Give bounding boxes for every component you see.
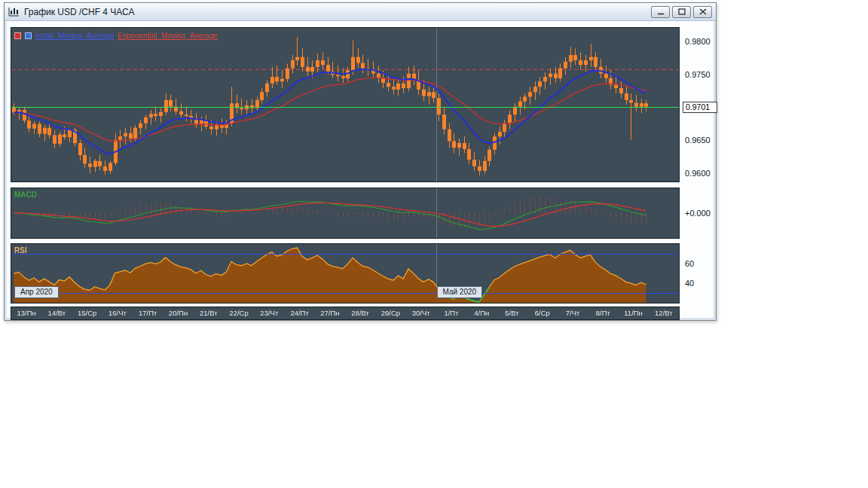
maximize-button[interactable] [672,6,691,18]
x-axis-label: 24/Пт [290,309,308,317]
time-axis[interactable]: 13/Пн14/Вт15/Ср16/Чт17/Пт20/Пн21/Вт22/Ср… [11,307,680,320]
x-axis-label: 4/Пн [474,309,489,317]
chart-window: График USD /CHF 4 ЧАСА ential_Moving_Ave… [4,2,717,321]
x-axis-label: 20/Пн [169,309,188,317]
price-panel: ential_Moving_Average Exponential_Moving… [11,27,680,182]
indicator-legend: ential_Moving_Average Exponential_Moving… [14,32,218,40]
x-axis-label: 29/Ср [381,309,400,317]
x-axis-label: 14/Вт [48,309,66,317]
x-axis-label: 8/Пт [596,309,610,317]
rsi-panel: RSI [11,243,680,303]
ema-slow-legend-label[interactable]: Exponential_Moving_Average [118,32,218,40]
x-axis-label: 7/Чт [566,309,580,317]
macd-panel: MACD [11,188,680,239]
chart-app-icon [8,7,20,17]
legend-blue-swatch[interactable] [25,32,32,39]
x-axis-label: 15/Ср [78,309,96,317]
x-axis-label: 28/Вт [351,309,369,317]
close-button[interactable] [693,6,712,18]
chart-client-area: ential_Moving_Average Exponential_Moving… [7,21,714,318]
window-controls [651,6,712,18]
x-axis-label: 21/Вт [200,309,218,317]
current-price-tag: 0.9701 [683,102,717,113]
x-axis-label: 11/Пн [624,309,643,317]
month-badge-may: Май 2020 [437,286,483,298]
price-tick-label: 0.9800 [685,37,711,46]
rsi-tick-label: 40 [685,279,694,288]
price-tick-label: 0.9750 [685,70,711,79]
x-axis-label: 5/Вт [505,309,518,317]
ema-fast-legend-label[interactable]: ential_Moving_Average [35,32,114,40]
legend-red-swatch[interactable] [14,32,21,39]
titlebar[interactable]: График USD /CHF 4 ЧАСА [5,3,716,21]
macd-zero-label: +0.000 [685,209,711,218]
x-axis-label: 1/Пт [444,309,458,317]
x-axis-label: 23/Чт [260,309,278,317]
rsi-tick-label: 60 [685,259,694,268]
price-axis[interactable]: 0.9701 0.98000.97500.97000.96500.9600+0.… [683,21,719,318]
month-badge-april: Апр 2020 [14,286,59,298]
x-axis-label: 16/Чт [108,309,127,317]
x-axis-label: 6/Ср [535,309,550,317]
x-axis-label: 13/Пн [17,309,35,317]
x-axis-label: 12/Вт [655,309,673,317]
rsi-chart-canvas[interactable] [11,244,679,303]
rsi-label: RSI [14,246,27,255]
macd-chart-canvas[interactable] [11,188,679,238]
minimize-button[interactable] [651,6,670,18]
x-axis-label: 17/Пт [139,309,157,317]
x-axis-label: 22/Ср [229,309,248,317]
price-tick-label: 0.9650 [685,136,711,145]
price-chart-canvas[interactable] [11,28,679,181]
price-tick-label: 0.9600 [685,169,711,178]
x-axis-label: 27/Пн [320,309,339,317]
x-axis-label: 30/Чт [412,309,430,317]
macd-label: MACD [14,191,37,199]
window-title: График USD /CHF 4 ЧАСА [24,7,646,17]
